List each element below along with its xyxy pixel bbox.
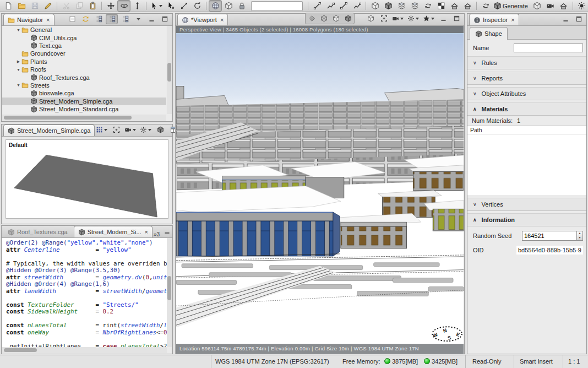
animate-button[interactable] xyxy=(544,0,557,12)
tree-item-plants[interactable]: ▶Plants xyxy=(2,58,166,66)
cleanup-graph-button[interactable] xyxy=(337,0,350,12)
section-materials[interactable]: ∧ Materials xyxy=(467,102,586,116)
materials-list[interactable] xyxy=(467,134,586,195)
lock-view-button[interactable] xyxy=(235,0,248,12)
link-with-editor-button[interactable] xyxy=(79,14,91,24)
align-terrain-button[interactable] xyxy=(311,0,324,12)
lighting-button[interactable] xyxy=(364,13,377,24)
random-seed-stepper[interactable]: ▲▼ xyxy=(577,231,583,241)
editor-horizontal-scrollbar[interactable] xyxy=(2,347,167,353)
globe-navigation-button[interactable] xyxy=(209,0,222,12)
frame-selection-button[interactable] xyxy=(110,125,122,135)
convert-to-shape-button[interactable] xyxy=(382,0,395,12)
layout-grid-button[interactable] xyxy=(95,125,109,135)
tab-roof-textures[interactable]: Roof_Textures.cga xyxy=(3,226,72,237)
generate-selected-button[interactable] xyxy=(531,0,544,12)
flat-view-button[interactable] xyxy=(119,14,131,24)
close-icon[interactable]: × xyxy=(46,17,50,23)
section-information[interactable]: ∧ Information xyxy=(467,213,586,226)
camera-menu-button[interactable] xyxy=(391,13,405,24)
scale-tool-button[interactable] xyxy=(177,0,190,12)
tree-item-bioswale-cga[interactable]: bioswale.cga xyxy=(2,89,166,97)
editor-vertical-scrollbar[interactable] xyxy=(167,238,172,347)
paste-button[interactable] xyxy=(86,0,99,12)
settings-menu-button[interactable] xyxy=(139,125,153,135)
texture-tool-button[interactable] xyxy=(434,0,448,12)
new-file-button[interactable] xyxy=(2,0,15,12)
maximize-button[interactable] xyxy=(450,13,462,24)
section-object-attributes[interactable]: ∨ Object Attributes xyxy=(467,87,586,100)
tree-item-cim-utils-cga[interactable]: CIM_Utils.cga xyxy=(2,34,166,41)
minimize-button[interactable] xyxy=(559,14,571,24)
quick-search-input[interactable] xyxy=(251,1,303,11)
tree-item-roof-textures-cga[interactable]: Roof_Textures.cga xyxy=(2,73,166,81)
wireframe-mode-button[interactable] xyxy=(318,13,330,24)
convert-to-model-button[interactable] xyxy=(368,0,382,12)
select-tool-button[interactable] xyxy=(149,0,164,12)
sun-settings-button[interactable] xyxy=(575,0,588,12)
simplify-graph-button[interactable] xyxy=(350,0,363,12)
minimize-button[interactable] xyxy=(437,13,449,24)
minimize-button[interactable] xyxy=(145,14,157,24)
tab-navigator[interactable]: Navigator × xyxy=(3,14,55,25)
generate-preview-button[interactable] xyxy=(154,125,166,135)
code-editor[interactable]: @Order(2) @Range("yellow","white","none"… xyxy=(2,238,167,347)
tab-street-modern-simple[interactable]: Street_Modern_Si... × xyxy=(74,226,153,237)
expander-closed-icon[interactable]: ▶ xyxy=(15,59,21,64)
facade-tool-button[interactable] xyxy=(461,0,474,12)
navigator-vertical-scrollbar[interactable] xyxy=(167,26,172,114)
frame-selection-button[interactable] xyxy=(378,13,390,24)
navigator-horizontal-scrollbar[interactable] xyxy=(2,115,166,121)
tree-item-groundcover[interactable]: Groundcover xyxy=(2,50,166,57)
tree-item-street-modern-simple-cga[interactable]: Street_Modern_Simple.cga xyxy=(2,98,166,105)
workspace-view-button[interactable] xyxy=(106,14,118,24)
section-rules[interactable]: ∨ Rules xyxy=(467,56,586,69)
expander-open-icon[interactable]: ▼ xyxy=(15,83,21,87)
settings-menu-button[interactable] xyxy=(406,13,421,24)
select-similar-button[interactable] xyxy=(164,0,177,12)
maximize-button[interactable] xyxy=(573,14,585,24)
reconnect-graph-button[interactable] xyxy=(421,0,434,12)
align-graph-button[interactable] xyxy=(408,0,421,12)
pan-tool-button[interactable] xyxy=(104,0,117,12)
orbit-tool-button[interactable] xyxy=(117,0,130,12)
align-static-models-button[interactable] xyxy=(395,0,408,12)
tree-item-streets[interactable]: ▼Streets xyxy=(2,82,166,89)
name-input[interactable] xyxy=(514,44,583,52)
regenerate-button[interactable] xyxy=(479,0,492,12)
close-icon[interactable]: × xyxy=(145,229,148,235)
view-menu-button[interactable] xyxy=(132,14,144,24)
roof-tool-button[interactable] xyxy=(448,0,461,12)
open-button[interactable] xyxy=(15,0,28,12)
section-vertices[interactable]: ∨ Vertices xyxy=(467,198,586,211)
tab-inspector[interactable]: Inspector × xyxy=(469,14,519,25)
materials-path-header[interactable]: Path xyxy=(467,126,586,134)
expander-open-icon[interactable]: ▼ xyxy=(15,68,21,72)
rotate-tool-button[interactable] xyxy=(190,0,204,12)
textured-mode-button[interactable] xyxy=(342,13,354,24)
viewport-3d-canvas[interactable]: N E S W xyxy=(176,33,464,344)
maximize-button[interactable] xyxy=(159,14,171,24)
tree-item-roofs[interactable]: ▼Roofs xyxy=(2,66,166,73)
tab-viewport[interactable]: *Viewport × xyxy=(177,14,228,25)
close-icon[interactable]: × xyxy=(220,17,224,23)
rule-preview-canvas[interactable]: Default xyxy=(6,139,168,219)
tree-item-text-cga[interactable]: Text.cga xyxy=(2,42,166,50)
generate-button[interactable]: Generate xyxy=(492,0,531,12)
tree-item-street-modern-standard-cga[interactable]: Street_Modern_Standard.cga xyxy=(2,105,166,113)
expander-open-icon[interactable]: ▼ xyxy=(15,28,21,32)
section-reports[interactable]: ∨ Reports xyxy=(467,72,586,85)
tree-item-general[interactable]: ▼General xyxy=(2,26,166,34)
tab-shape[interactable]: Shape xyxy=(470,27,508,40)
export-button[interactable] xyxy=(41,0,55,12)
collapse-all-button[interactable] xyxy=(66,14,78,24)
isolines-mode-button[interactable] xyxy=(306,13,318,24)
minimize-button[interactable] xyxy=(161,226,173,236)
zoom-tool-button[interactable] xyxy=(130,0,144,12)
shaded-mode-button[interactable] xyxy=(330,13,342,24)
align-shapes-button[interactable] xyxy=(324,0,337,12)
bookmarks-button[interactable] xyxy=(422,13,436,24)
filter-tree-button[interactable] xyxy=(92,14,105,24)
camera-menu-button[interactable] xyxy=(123,125,138,135)
random-seed-input[interactable] xyxy=(522,231,577,241)
